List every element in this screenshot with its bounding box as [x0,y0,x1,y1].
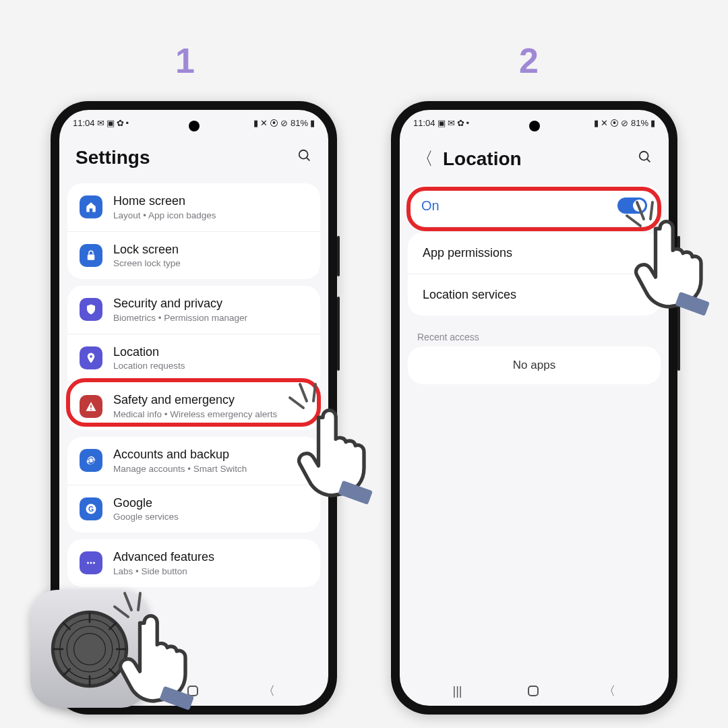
status-time: 11:04 [413,118,435,128]
row-subtitle: Google services [113,512,179,522]
row-title: Safety and emergency [113,393,277,408]
settings-group: Advanced featuresLabs • Side button [67,539,320,587]
recent-access-label: Recent access [408,322,661,346]
home-button[interactable] [187,686,198,696]
svg-point-3 [90,355,92,358]
step-number-2: 2 [519,40,539,81]
back-button[interactable]: 〈 [603,683,615,699]
svg-rect-16 [338,481,373,505]
battery-text: 81% [291,118,308,128]
back-button[interactable]: 〈 [263,683,275,699]
svg-line-1 [307,158,310,161]
no-apps-card: No apps [408,346,661,384]
row-title: Home screen [113,194,216,209]
settings-header: Settings [59,131,328,177]
row-subtitle: Medical info • Wireless emergency alerts [113,409,277,419]
svg-point-10 [93,562,95,564]
svg-rect-5 [90,408,92,410]
row-subtitle: Layout • App icon badges [113,210,216,220]
row-subtitle: Manage accounts • Smart Switch [113,464,247,474]
image-icon: ▣ [437,118,446,128]
row-title: Accounts and backup [113,448,247,462]
svg-point-9 [90,562,92,564]
row-subtitle: Screen lock type [113,258,181,268]
row-title: Advanced features [113,550,214,565]
sync-icon [80,449,102,472]
phone-frame-2: 11:04 ▣ ✉ ✿ • ▮ ✕ ⦿ ⊘ 81% ▮ 〈 Location [391,101,677,715]
image-icon: ▣ [107,118,115,128]
row-title: Security and privacy [113,297,247,311]
battery-text: 81% [631,118,648,128]
location-services-row[interactable]: Location services [408,274,661,315]
home-button[interactable] [528,686,539,696]
no-data-icon: ⊘ [621,118,628,128]
svg-line-17 [627,216,640,226]
svg-rect-20 [675,292,710,316]
svg-line-18 [637,202,644,219]
settings-row-accounts-and-backup[interactable]: Accounts and backupManage accounts • Sma… [67,437,320,485]
tap-spark-icon [108,586,155,634]
row-title: Lock screen [113,243,181,257]
page-title: Location [443,148,522,170]
wifi-icon: ⦿ [270,118,278,128]
row-subtitle: Labs • Side button [113,566,214,576]
alert-icon [80,395,102,418]
svg-rect-2 [88,254,95,260]
row-subtitle: Biometrics • Permission manager [113,313,247,323]
svg-line-34 [115,607,128,617]
settings-row-location[interactable]: LocationLocation requests [67,334,320,382]
tap-spark-icon [620,195,667,243]
vibrate-icon: ▮ [253,118,258,128]
settings-group: Accounts and backupManage accounts • Sma… [67,437,320,533]
settings-row-google[interactable]: GGoogleGoogle services [67,485,320,533]
page-title: Settings [75,147,150,169]
svg-line-19 [650,202,653,219]
settings-notif-icon: ✿ [117,118,124,128]
pin-icon [80,346,102,369]
tap-spark-icon [283,377,330,425]
search-icon[interactable] [638,150,653,169]
svg-point-0 [299,150,308,159]
svg-line-36 [138,593,140,610]
mute-icon: ✕ [260,118,268,128]
g-icon: G [80,497,102,520]
svg-line-12 [647,158,650,162]
svg-text:G: G [88,505,94,513]
svg-line-35 [125,593,131,610]
mute-icon: ✕ [601,118,608,128]
shield-icon [80,298,102,321]
settings-group: Security and privacyBiometrics • Permiss… [67,286,320,430]
settings-row-security-and-privacy[interactable]: Security and privacyBiometrics • Permiss… [67,286,320,334]
row-title: Google [113,496,179,511]
battery-icon: ▮ [310,118,315,128]
back-icon[interactable]: 〈 [416,147,433,171]
toggle-label: On [421,198,439,214]
home-icon [80,195,102,218]
wifi-icon: ⦿ [610,118,619,128]
gmail-icon: ✉ [448,118,455,128]
settings-row-advanced-features[interactable]: Advanced featuresLabs • Side button [67,539,320,587]
settings-row-home-screen[interactable]: Home screenLayout • App icon badges [67,183,320,231]
svg-line-13 [290,398,303,408]
svg-rect-4 [90,404,92,408]
settings-row-lock-screen[interactable]: Lock screenScreen lock type [67,231,320,280]
no-data-icon: ⊘ [280,118,288,128]
svg-line-14 [300,384,307,401]
step-number-1: 1 [175,40,195,81]
row-title: Location [113,345,185,360]
gmail-icon: ✉ [97,118,104,128]
row-subtitle: Location requests [113,361,185,371]
battery-icon: ▮ [650,118,655,128]
lock-icon [80,244,102,267]
settings-row-safety-and-emergency[interactable]: Safety and emergencyMedical info • Wirel… [67,382,320,430]
camera-cutout [189,121,200,131]
dots-icon [80,551,102,574]
status-time: 11:04 [73,118,95,128]
location-header: 〈 Location [400,131,669,179]
search-icon[interactable] [297,148,312,167]
settings-group: Home screenLayout • App icon badgesLock … [67,183,320,279]
recent-apps-button[interactable]: ||| [452,684,462,698]
location-options-card: App permissions Location services [408,233,661,315]
svg-line-15 [313,384,315,401]
svg-point-8 [87,562,89,564]
